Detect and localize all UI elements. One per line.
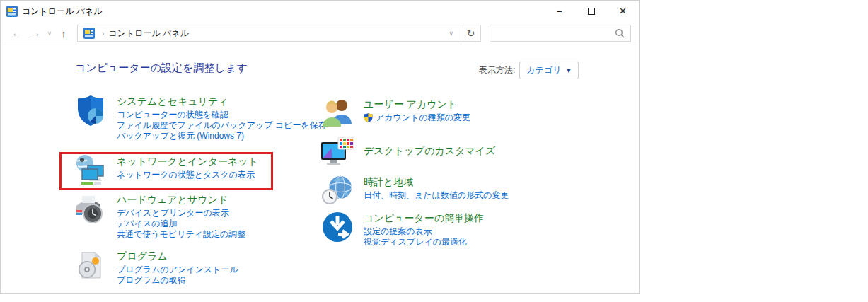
category-network-internet: ネットワークとインターネット ネットワークの状態とタスクの表示: [74, 153, 258, 187]
chevron-down-icon: ▼: [565, 67, 572, 74]
task-link[interactable]: プログラムのアンインストール: [117, 265, 238, 275]
search-input[interactable]: [490, 28, 615, 38]
search-box: [490, 25, 631, 42]
task-link[interactable]: プログラムの取得: [117, 275, 238, 286]
search-icon[interactable]: [615, 28, 625, 38]
category-user-accounts: ユーザー アカウント アカウントの種類の変更: [320, 96, 470, 130]
category-title[interactable]: デスクトップのカスタマイズ: [364, 144, 495, 158]
category-programs: プログラム プログラムのアンインストール プログラムの取得: [74, 248, 238, 286]
category-title[interactable]: プログラム: [117, 249, 238, 263]
task-link[interactable]: 日付、時刻、または数値の形式の変更: [364, 190, 509, 201]
refresh-button[interactable]: ↻: [461, 25, 481, 42]
desktop-customize-icon[interactable]: [320, 135, 354, 169]
security-shield-icon[interactable]: [74, 93, 108, 127]
window-title: コントロール パネル: [22, 6, 103, 18]
category-system-security: システムとセキュリティ コンピューターの状態を確認 ファイル履歴でファイルのバッ…: [74, 93, 327, 141]
clock-region-icon[interactable]: [320, 174, 354, 208]
page-title: コンピューターの設定を調整します: [75, 62, 248, 75]
task-link[interactable]: ネットワークの状態とタスクの表示: [117, 170, 258, 180]
view-by-dropdown[interactable]: カテゴリ ▼: [519, 62, 579, 79]
control-panel-window: コントロール パネル − × ← → ∨ ↑ › コントロール パネル ∨: [0, 0, 640, 294]
task-link[interactable]: デバイスの追加: [117, 219, 245, 229]
category-title[interactable]: ユーザー アカウント: [364, 97, 470, 111]
task-link[interactable]: デバイスとプリンターの表示: [117, 208, 245, 219]
task-link[interactable]: コンピューターの状態を確認: [117, 110, 327, 120]
category-ease-of-access: コンピューターの簡単操作 設定の提案の表示 視覚ディスプレイの最適化: [320, 210, 484, 248]
category-title[interactable]: ネットワークとインターネット: [117, 154, 258, 168]
task-link[interactable]: アカウントの種類の変更: [376, 112, 470, 123]
category-title[interactable]: コンピューターの簡単操作: [364, 211, 484, 225]
task-link[interactable]: バックアップと復元 (Windows 7): [117, 131, 327, 141]
task-link[interactable]: ファイル履歴でファイルのバックアップ コピーを保存: [117, 120, 327, 131]
breadcrumb-chevron-icon: ›: [102, 30, 104, 37]
breadcrumb-item-control-panel[interactable]: コントロール パネル: [108, 28, 189, 40]
task-link[interactable]: 視覚ディスプレイの最適化: [364, 237, 484, 248]
view-by: 表示方法: カテゴリ ▼: [479, 62, 579, 79]
category-title[interactable]: 時計と地域: [364, 175, 509, 189]
maximize-button[interactable]: [575, 1, 607, 21]
view-by-value: カテゴリ: [526, 64, 561, 76]
task-link[interactable]: 設定の提案の表示: [364, 226, 484, 237]
control-panel-icon: [83, 28, 95, 39]
close-button[interactable]: ×: [607, 1, 639, 21]
category-desktop-customize: デスクトップのカスタマイズ: [320, 135, 495, 169]
category-title[interactable]: ハードウェアとサウンド: [117, 192, 245, 207]
ease-of-access-icon[interactable]: [320, 210, 354, 244]
network-internet-icon[interactable]: [74, 153, 108, 187]
control-panel-icon: [6, 6, 18, 17]
uac-shield-icon: [364, 113, 373, 122]
task-link[interactable]: 共通で使うモビリティ設定の調整: [117, 229, 245, 240]
history-chevron-icon[interactable]: ∨: [45, 30, 54, 37]
programs-box-icon[interactable]: [74, 248, 108, 282]
category-title[interactable]: システムとセキュリティ: [117, 94, 327, 108]
titlebar: コントロール パネル − ×: [1, 1, 639, 22]
forward-button[interactable]: →: [26, 27, 45, 40]
category-clock-region: 時計と地域 日付、時刻、または数値の形式の変更: [320, 174, 509, 208]
address-bar: ← → ∨ ↑ › コントロール パネル ∨ ↻: [1, 22, 639, 45]
breadcrumb[interactable]: › コントロール パネル ∨: [77, 25, 461, 42]
up-button[interactable]: ↑: [54, 28, 73, 40]
hardware-printer-icon[interactable]: [74, 192, 108, 226]
category-hardware-sound: ハードウェアとサウンド デバイスとプリンターの表示 デバイスの追加 共通で使うモ…: [74, 192, 245, 240]
back-button[interactable]: ←: [8, 27, 26, 40]
minimize-button[interactable]: −: [543, 1, 575, 21]
user-accounts-icon[interactable]: [320, 96, 354, 130]
view-by-label: 表示方法:: [479, 64, 515, 76]
address-dropdown-icon[interactable]: ∨: [444, 30, 458, 37]
maximize-icon: [588, 8, 595, 15]
